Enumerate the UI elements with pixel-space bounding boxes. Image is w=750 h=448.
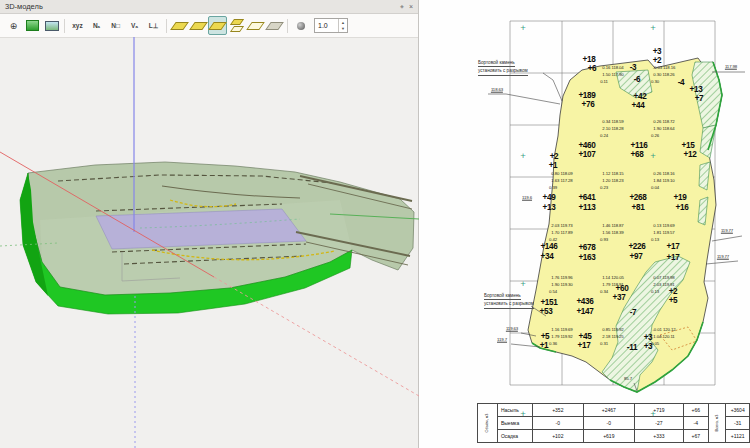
- spin-down-icon[interactable]: ▼: [339, 26, 347, 33]
- table-cell: +67: [683, 430, 708, 443]
- table-cell: -4: [683, 417, 708, 430]
- points-labels-icon[interactable]: Nₐ: [87, 16, 106, 35]
- table-total-cell: -31: [726, 417, 750, 430]
- 3d-window-titlebar: 3D-модель ⌖ ×: [0, 0, 418, 14]
- axes-xyz-icon[interactable]: xyz: [68, 16, 87, 35]
- 3d-toolbar: ⊕xyzNₐN□VₐL⊥1.0▲▼: [0, 14, 418, 38]
- surfaces-pair-icon[interactable]: [227, 16, 246, 35]
- table-row-header: Выемка: [497, 417, 532, 430]
- fullscreen-view-icon[interactable]: [42, 16, 61, 35]
- table-right-vertical-label: Всего, м3: [708, 404, 726, 443]
- vertex-labels-icon[interactable]: Vₐ: [125, 16, 144, 35]
- table-cell: +102: [532, 430, 583, 443]
- surface-wireframe-icon[interactable]: [246, 16, 265, 35]
- surface-textured-icon[interactable]: [208, 16, 227, 35]
- surface-flat-icon[interactable]: [170, 16, 189, 35]
- table-cell: +352: [532, 404, 583, 417]
- cartogram-pane: Бортовой камень установить с разрывом Бо…: [420, 0, 750, 448]
- table-cell: -0: [532, 417, 583, 430]
- table-total-cell: +3604: [726, 404, 750, 417]
- table-cell: +619: [583, 430, 634, 443]
- 3d-viewport[interactable]: [0, 36, 419, 448]
- toolbar-separator: [166, 19, 167, 33]
- cartogram-drawing: [420, 0, 750, 448]
- scale-spinner[interactable]: 1.0▲▼: [314, 18, 348, 33]
- table-row-header: Осадка: [497, 430, 532, 443]
- curb-note-bottom: Бортовой камень установить с разрывом: [484, 292, 534, 309]
- curb-note-top: Бортовой камень установить с разрывом: [478, 59, 528, 76]
- pan-view-icon[interactable]: ⊕: [4, 16, 23, 35]
- surface-grey-icon[interactable]: [265, 16, 284, 35]
- table-total-cell: +1121: [726, 430, 750, 443]
- render-settings-icon[interactable]: [291, 16, 310, 35]
- fit-model-icon[interactable]: [23, 16, 42, 35]
- table-row-header: Насыпь: [497, 404, 532, 417]
- toolbar-separator: [64, 19, 65, 33]
- toolbar-separator: [287, 19, 288, 33]
- 3d-model-pane: 3D-модель ⌖ × ⊕xyzNₐN□VₐL⊥1.0▲▼: [0, 0, 419, 448]
- close-icon[interactable]: ×: [409, 3, 413, 10]
- structure-lines-icon[interactable]: L⊥: [144, 16, 163, 35]
- surface-shaded-icon[interactable]: [189, 16, 208, 35]
- volumes-summary-table: Объём, м3Насыпь+352+2467+719+66Всего, м3…: [477, 403, 750, 443]
- table-cell: +719: [634, 404, 683, 417]
- window-title: 3D-модель: [5, 2, 395, 11]
- table-cell: -27: [634, 417, 683, 430]
- table-cell: -0: [583, 417, 634, 430]
- pin-icon[interactable]: ⌖: [400, 3, 404, 10]
- scale-value: 1.0: [315, 19, 338, 32]
- points-squares-icon[interactable]: N□: [106, 16, 125, 35]
- table-cell: +333: [634, 430, 683, 443]
- table-cell: +66: [683, 404, 708, 417]
- table-cell: +2467: [583, 404, 634, 417]
- table-left-vertical-label: Объём, м3: [478, 404, 498, 443]
